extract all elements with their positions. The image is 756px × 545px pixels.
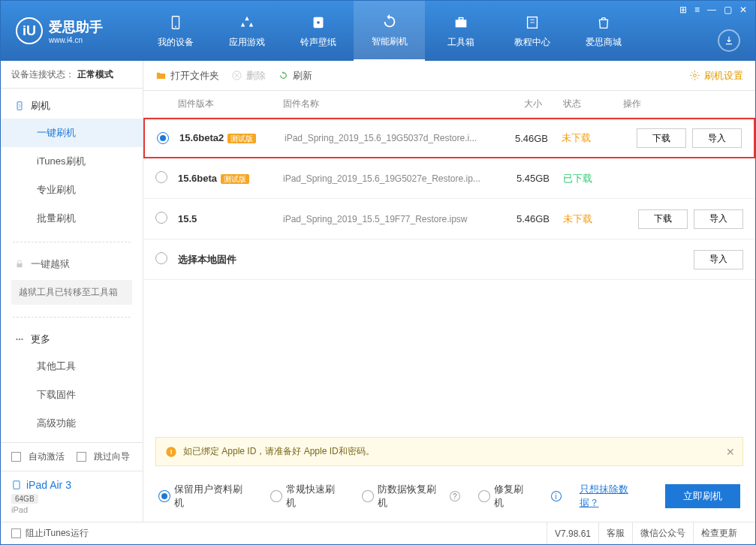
- svg-rect-4: [455, 20, 466, 27]
- firmware-row[interactable]: 选择本地固件 导入: [143, 239, 755, 280]
- app-subtitle: www.i4.cn: [49, 36, 103, 44]
- sidebar-jailbreak-note: 越狱工具已转移至工具箱: [11, 280, 132, 305]
- radio-icon[interactable]: [155, 171, 167, 183]
- opt-preserve-data[interactable]: 保留用户资料刷机: [158, 483, 252, 510]
- radio-icon: [270, 490, 282, 502]
- nav-store[interactable]: 爱思商城: [568, 1, 639, 61]
- sidebar: 设备连接状态：正常模式 刷机 一键刷机 iTunes刷机 专业刷机 批量刷机 一…: [1, 61, 143, 522]
- open-folder-button[interactable]: 打开文件夹: [155, 69, 219, 83]
- wechat-link[interactable]: 微信公众号: [632, 522, 693, 544]
- downloads-button[interactable]: [718, 29, 740, 52]
- nav-ringtones[interactable]: 铃声壁纸: [282, 1, 354, 61]
- fw-size: 5.45GB: [503, 173, 563, 184]
- folder-icon: [155, 70, 167, 81]
- options-bar: 保留用户资料刷机 常规快速刷机 防数据恢复刷机? 修复刷机 i 只想抹除数据？ …: [143, 474, 755, 522]
- firmware-row[interactable]: 15.6beta测试版 iPad_Spring_2019_15.6_19G502…: [143, 158, 755, 199]
- firmware-row[interactable]: 15.5 iPad_Spring_2019_15.5_19F77_Restore…: [143, 199, 755, 239]
- download-button[interactable]: 下载: [637, 128, 686, 148]
- prevent-itunes-checkbox[interactable]: [11, 528, 21, 538]
- nav-tutorials[interactable]: 教程中心: [496, 1, 568, 61]
- fw-name: iPad_Spring_2019_15.6_19G5037d_Restore.i…: [285, 133, 501, 143]
- opt-normal-flash[interactable]: 常规快速刷机: [270, 483, 345, 510]
- skip-guide-checkbox[interactable]: [77, 452, 86, 462]
- th-size: 大小: [503, 98, 563, 110]
- svg-rect-9: [17, 102, 22, 110]
- window-controls: ⊞ ≡ — ▢ ✕: [679, 5, 747, 15]
- fw-status: 未下载: [562, 131, 622, 145]
- sidebar-jailbreak-title: 一键越狱: [1, 251, 143, 277]
- maximize-icon[interactable]: ▢: [724, 5, 732, 15]
- download-button[interactable]: 下载: [638, 209, 688, 229]
- table-header: 固件版本 固件名称 大小 状态 操作: [143, 91, 755, 118]
- svg-point-11: [16, 339, 17, 340]
- sidebar-advanced[interactable]: 高级功能: [1, 409, 143, 438]
- nav-toolbox[interactable]: 工具箱: [425, 1, 496, 61]
- svg-point-3: [317, 21, 320, 24]
- check-update-link[interactable]: 检查更新: [693, 522, 745, 544]
- fw-version: 15.6beta测试版: [178, 173, 283, 185]
- bag-icon: [595, 14, 613, 32]
- import-button[interactable]: 导入: [694, 250, 743, 269]
- th-name: 固件名称: [283, 98, 503, 110]
- main-content: 打开文件夹 删除 刷新 刷机设置 固件版本 固件名称 大小 状态 操作: [143, 61, 755, 522]
- app-title: 爱思助手: [49, 18, 103, 36]
- fw-status: 已下载: [563, 172, 623, 185]
- flash-now-button[interactable]: 立即刷机: [665, 484, 740, 508]
- phone-icon: [167, 14, 185, 32]
- gear-icon: [689, 70, 700, 81]
- opt-anti-recovery[interactable]: 防数据恢复刷机?: [362, 483, 460, 510]
- sidebar-flash-title: 刷机: [1, 93, 143, 119]
- delete-button[interactable]: 删除: [231, 69, 266, 83]
- radio-icon[interactable]: [157, 132, 169, 144]
- customer-service-link[interactable]: 客服: [598, 522, 632, 544]
- flash-settings-button[interactable]: 刷机设置: [689, 69, 743, 83]
- logo-icon: iU: [16, 17, 43, 44]
- menu-icon[interactable]: ≡: [694, 5, 700, 15]
- minimize-icon[interactable]: —: [707, 5, 716, 15]
- lock-icon: [14, 259, 25, 269]
- radio-icon: [478, 490, 490, 502]
- fw-size: 5.46GB: [503, 213, 563, 224]
- book-icon: [523, 14, 541, 32]
- delete-icon: [231, 70, 242, 81]
- flash-icon: [14, 101, 25, 111]
- sidebar-pro-flash[interactable]: 专业刷机: [1, 176, 143, 204]
- fw-size: 5.46GB: [501, 133, 562, 144]
- sidebar-download-firmware[interactable]: 下载固件: [1, 381, 143, 409]
- info-close-icon[interactable]: ✕: [726, 446, 735, 458]
- import-button[interactable]: 导入: [694, 209, 743, 229]
- toolbox-icon: [452, 14, 470, 32]
- status-bar: 设备连接状态：正常模式: [1, 61, 143, 89]
- auto-activate-row: 自动激活 跳过向导: [1, 442, 143, 471]
- grid-icon[interactable]: ⊞: [679, 5, 687, 15]
- radio-icon[interactable]: [155, 252, 167, 264]
- firmware-row[interactable]: 15.6beta2测试版 iPad_Spring_2019_15.6_19G50…: [143, 118, 755, 158]
- warning-icon: !: [165, 446, 177, 458]
- auto-activate-checkbox[interactable]: [11, 452, 21, 462]
- nav-smart-flash[interactable]: 智能刷机: [354, 1, 425, 61]
- fw-version: 选择本地固件: [178, 253, 283, 266]
- svg-point-18: [694, 74, 697, 77]
- sidebar-other-tools[interactable]: 其他工具: [1, 352, 143, 381]
- svg-point-13: [21, 339, 23, 340]
- nav-apps[interactable]: 应用游戏: [211, 1, 282, 61]
- sidebar-more-title: 更多: [1, 327, 143, 352]
- device-type: iPad: [11, 505, 132, 514]
- fw-name: iPad_Spring_2019_15.5_19F77_Restore.ipsw: [283, 214, 503, 224]
- logo: iU 爱思助手 www.i4.cn: [1, 17, 140, 44]
- nav-my-device[interactable]: 我的设备: [140, 1, 211, 61]
- erase-data-link[interactable]: 只想抹除数据？: [580, 483, 648, 510]
- radio-icon[interactable]: [155, 212, 167, 224]
- sidebar-oneclick-flash[interactable]: 一键刷机: [1, 119, 143, 147]
- refresh-button[interactable]: 刷新: [278, 69, 312, 83]
- opt-repair-flash[interactable]: 修复刷机: [478, 483, 533, 510]
- help-icon[interactable]: i: [551, 491, 562, 501]
- help-icon[interactable]: ?: [450, 491, 460, 501]
- close-icon[interactable]: ✕: [739, 5, 747, 15]
- device-info: iPad Air 3 64GB iPad: [1, 471, 143, 522]
- radio-icon: [158, 490, 170, 502]
- refresh-icon: [278, 70, 289, 81]
- import-button[interactable]: 导入: [692, 128, 742, 148]
- sidebar-batch-flash[interactable]: 批量刷机: [1, 204, 143, 233]
- sidebar-itunes-flash[interactable]: iTunes刷机: [1, 147, 143, 176]
